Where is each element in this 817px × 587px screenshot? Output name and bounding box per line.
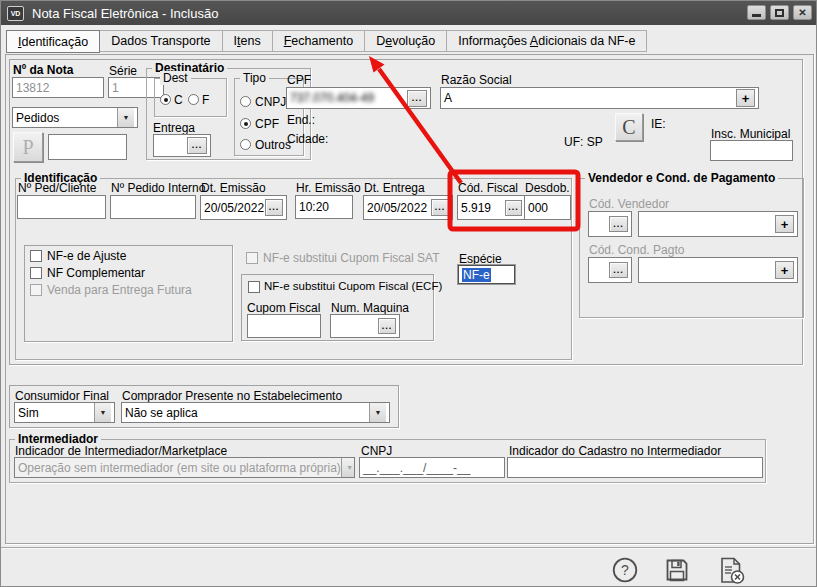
app-icon: VD	[7, 6, 24, 21]
nota-input[interactable]: 13812	[12, 77, 104, 98]
consumidor-final-label: Consumidor Final	[15, 389, 109, 403]
p-button[interactable]: P	[13, 132, 43, 162]
origem-combo[interactable]: Pedidos ▼	[12, 107, 138, 128]
cod-vendedor-label: Cód. Vendedor	[589, 197, 669, 211]
tab-informacoes-adicionais[interactable]: Informações Adicionais da NF-e	[447, 30, 647, 52]
comprador-presente-combo[interactable]: Não se aplica ▼	[121, 402, 390, 423]
tipo-cnpj-label: CNPJ	[255, 95, 286, 109]
ecf-label: NF-e substitui Cupom Fiscal (ECF)	[264, 280, 442, 292]
razao-social-label: Razão Social	[441, 73, 512, 87]
consumidor-final-combo[interactable]: Sim ▼	[14, 402, 115, 423]
ecf-checkbox[interactable]	[248, 281, 260, 293]
dt-entrega-calendar-button[interactable]: ...	[431, 199, 449, 216]
insc-municipal-input[interactable]	[710, 140, 793, 161]
serie-label: Série	[109, 64, 137, 78]
tipo-outros-radio[interactable]	[240, 139, 251, 150]
cupom-fiscal-input[interactable]	[247, 314, 321, 338]
tipo-cnpj-radio[interactable]	[240, 96, 251, 107]
hr-emissao-input[interactable]: 10:20	[295, 195, 353, 219]
sat-label: NF-e substitui Cupom Fiscal SAT	[263, 251, 440, 265]
ped-cliente-label: Nº Ped/Cliente	[18, 181, 96, 195]
cancel-document-button[interactable]	[717, 556, 746, 587]
help-button[interactable]: ?	[612, 557, 638, 586]
venda-entrega-futura-checkbox[interactable]	[30, 284, 42, 296]
chevron-down-icon[interactable]: ▼	[369, 403, 386, 422]
indicador-cadastro-label: Indicador do Cadastro no Intermediador	[509, 444, 721, 458]
cnpj-input[interactable]: __.___.___/____-__	[359, 457, 505, 478]
cod-cond-pagto-input[interactable]: ...	[588, 257, 632, 283]
dest-f-radio[interactable]	[188, 94, 199, 105]
dt-entrega-label: Dt. Entrega	[364, 181, 425, 195]
entrega-input[interactable]: ...	[153, 134, 211, 157]
ie-label: IE:	[651, 117, 666, 131]
dest-c-radio[interactable]	[160, 94, 171, 105]
bottom-separator	[1, 547, 817, 549]
save-button[interactable]	[664, 557, 690, 586]
cod-fiscal-label: Cód. Fiscal	[458, 181, 518, 195]
svg-text:?: ?	[621, 562, 629, 578]
cnpj-label: CNPJ	[361, 444, 392, 458]
dt-entrega-input[interactable]: 20/05/2022 ...	[363, 195, 453, 220]
vendedor-combo[interactable]: +	[638, 211, 798, 237]
num-maquina-input[interactable]: ...	[330, 314, 400, 338]
ped-cliente-input[interactable]	[17, 195, 106, 219]
razao-social-input[interactable]: A +	[440, 87, 759, 109]
cod-cond-pagto-lookup-button[interactable]: ...	[609, 262, 628, 278]
especie-input[interactable]: NF-e	[458, 265, 515, 284]
comprador-presente-label: Comprador Presente no Estabelecimento	[122, 389, 342, 403]
cpf-lookup-button[interactable]: ...	[407, 90, 427, 107]
desdob-input[interactable]: 000	[524, 195, 571, 220]
minimize-icon	[752, 14, 761, 17]
cond-pagto-combo[interactable]: +	[638, 257, 798, 283]
uf-label: UF: SP	[564, 135, 603, 149]
cond-pagto-add-button[interactable]: +	[775, 261, 794, 279]
chevron-down-icon[interactable]: ▼	[94, 403, 111, 422]
cidade-label: Cidade:	[287, 132, 328, 146]
tipo-cpf-radio[interactable]	[240, 118, 251, 129]
tab-bar: Identificação Dados Transporte Itens Fec…	[6, 30, 647, 53]
tab-devolucao[interactable]: Devolução	[365, 30, 447, 52]
indicador-cadastro-input[interactable]	[507, 457, 763, 478]
pedido-interno-input[interactable]	[110, 195, 196, 219]
save-icon	[664, 557, 690, 583]
indicador-intermediador-combo[interactable]: Operação sem intermediador (em site ou p…	[14, 457, 355, 478]
cod-vendedor-input[interactable]: ...	[588, 211, 632, 237]
aux-input[interactable]	[48, 134, 127, 160]
nf-complementar-checkbox[interactable]	[30, 267, 42, 279]
close-button[interactable]: ✕	[793, 5, 812, 20]
cod-cond-pagto-label: Cód. Cond. Pagto	[589, 243, 684, 257]
dt-emissao-calendar-button[interactable]: ...	[265, 199, 283, 216]
tab-dados-transporte[interactable]: Dados Transporte	[100, 30, 222, 52]
close-icon: ✕	[798, 7, 806, 18]
dt-emissao-label: Dt. Emissão	[201, 181, 266, 195]
cod-fiscal-input[interactable]: 5.919 ...	[457, 195, 526, 220]
minimize-button[interactable]	[747, 5, 766, 20]
pedido-interno-label: Nº Pedido Interno	[111, 181, 205, 195]
chevron-down-icon[interactable]: ▼	[117, 108, 134, 127]
dt-emissao-input[interactable]: 20/05/2022 ...	[200, 195, 287, 220]
nfe-ajuste-checkbox[interactable]	[30, 250, 42, 262]
razao-social-add-button[interactable]: +	[736, 89, 755, 107]
tab-identificacao[interactable]: Identificação	[6, 30, 100, 53]
c-button[interactable]: C	[615, 113, 643, 141]
cpf-input[interactable]: 737.070.404-49 ...	[286, 87, 431, 109]
entrega-label: Entrega	[153, 121, 195, 135]
insc-municipal-label: Insc. Municipal	[711, 127, 790, 141]
num-maquina-lookup-button[interactable]: ...	[378, 318, 396, 334]
tab-itens[interactable]: Itens	[223, 30, 273, 52]
sat-checkbox[interactable]	[246, 252, 258, 264]
tipo-cpf-label: CPF	[255, 117, 279, 131]
maximize-button[interactable]	[770, 5, 789, 20]
especie-label: Espécie	[459, 252, 502, 266]
title-bar: VD Nota Fiscal Eletrônica - Inclusão ✕	[1, 1, 816, 25]
cod-fiscal-lookup-button[interactable]: ...	[505, 200, 522, 216]
help-icon: ?	[612, 557, 638, 583]
cpf-label: CPF	[287, 73, 311, 87]
entrega-lookup-button[interactable]: ...	[187, 137, 207, 154]
vendedor-add-button[interactable]: +	[775, 215, 794, 233]
cancel-document-icon	[717, 556, 746, 585]
window-title: Nota Fiscal Eletrônica - Inclusão	[32, 6, 218, 21]
maximize-icon	[775, 9, 784, 17]
cod-vendedor-lookup-button[interactable]: ...	[609, 216, 628, 232]
tab-fechamento[interactable]: Fechamento	[273, 30, 366, 52]
